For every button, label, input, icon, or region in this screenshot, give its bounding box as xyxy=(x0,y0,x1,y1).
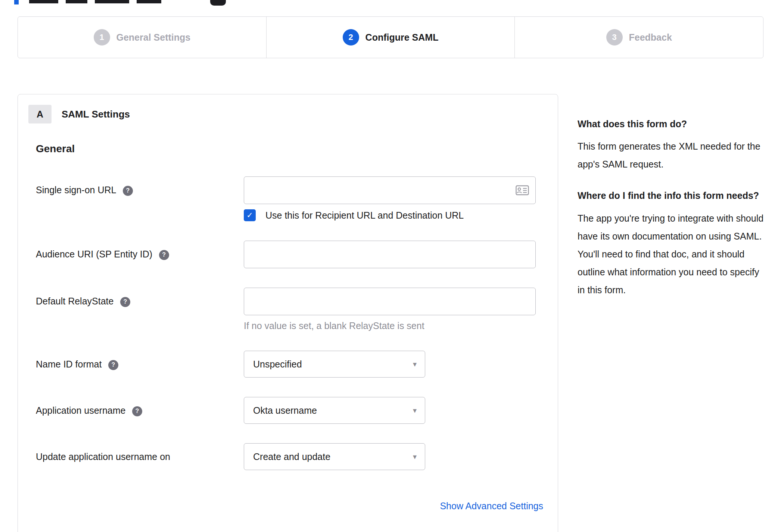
panel-header: A SAML Settings xyxy=(28,105,547,123)
application-username-label-cell: Application username ? xyxy=(36,397,244,424)
question-glyph: ? xyxy=(112,362,115,368)
sidebar-answer-1: This form generates the XML needed for t… xyxy=(578,137,766,173)
audience-uri-input-wrap xyxy=(244,241,536,268)
question-glyph: ? xyxy=(162,251,166,258)
chevron-down-icon: ▾ xyxy=(413,360,417,369)
name-id-format-label-cell: Name ID format ? xyxy=(36,351,244,378)
step-number-badge: 2 xyxy=(343,29,359,46)
step-feedback[interactable]: 3 Feedback xyxy=(514,17,763,58)
recipient-url-checkbox[interactable]: ✓ xyxy=(244,209,256,221)
panel-title: SAML Settings xyxy=(62,109,130,120)
sidebar-answer-2: The app you're trying to integrate with … xyxy=(578,209,766,299)
application-username-row: Application username ? Okta username ▾ xyxy=(36,397,547,424)
audience-uri-input[interactable] xyxy=(244,241,536,268)
step-number-badge: 1 xyxy=(94,29,110,46)
clipped-title-fragment xyxy=(66,0,87,3)
relay-state-label: Default RelayState xyxy=(36,296,113,306)
update-username-row: Update application username on Create an… xyxy=(36,443,547,470)
update-username-value: Create and update xyxy=(244,444,425,470)
section-a-badge: A xyxy=(28,105,52,123)
wizard-stepper: 1 General Settings 2 Configure SAML 3 Fe… xyxy=(18,16,763,58)
update-username-label: Update application username on xyxy=(36,451,170,462)
general-section-heading: General xyxy=(36,143,547,155)
name-id-format-row: Name ID format ? Unspecified ▾ xyxy=(36,351,547,378)
step-label: Feedback xyxy=(629,32,672,43)
recipient-url-checkbox-row: ✓ Use this for Recipient URL and Destina… xyxy=(244,209,547,221)
help-icon[interactable]: ? xyxy=(159,250,169,260)
step-configure-saml[interactable]: 2 Configure SAML xyxy=(266,17,515,58)
name-id-format-value: Unspecified xyxy=(244,351,425,377)
audience-uri-label-cell: Audience URI (SP Entity ID) ? xyxy=(36,241,244,268)
step-label: General Settings xyxy=(116,32,191,43)
name-id-format-select[interactable]: Unspecified ▾ xyxy=(244,351,425,378)
clipped-title-fragment xyxy=(137,0,161,3)
help-icon[interactable]: ? xyxy=(123,186,133,196)
help-sidebar: What does this form do? This form genera… xyxy=(572,94,773,314)
question-glyph: ? xyxy=(126,187,130,194)
sso-url-label-cell: Single sign-on URL ? xyxy=(36,176,244,221)
application-username-select[interactable]: Okta username ▾ xyxy=(244,397,425,424)
chevron-down-icon: ▾ xyxy=(413,452,417,461)
audience-uri-label: Audience URI (SP Entity ID) xyxy=(36,249,152,259)
sso-url-label: Single sign-on URL xyxy=(36,185,116,195)
advanced-settings-row: Show Advanced Settings xyxy=(251,501,543,511)
step-general-settings[interactable]: 1 General Settings xyxy=(18,17,266,58)
relay-state-input-wrap xyxy=(244,288,536,315)
sso-url-row: Single sign-on URL ? xyxy=(36,176,547,221)
update-username-label-cell: Update application username on xyxy=(36,443,244,470)
application-username-value: Okta username xyxy=(244,397,425,423)
clipped-title-fragment xyxy=(14,0,19,4)
sso-url-input-wrap xyxy=(244,176,536,204)
saml-settings-panel: A SAML Settings General Single sign-on U… xyxy=(18,94,558,532)
sidebar-question-2: Where do I find the info this form needs… xyxy=(578,189,766,202)
help-icon[interactable]: ? xyxy=(132,406,142,416)
show-advanced-settings-link[interactable]: Show Advanced Settings xyxy=(440,501,543,511)
help-icon[interactable]: ? xyxy=(120,297,130,307)
step-label: Configure SAML xyxy=(365,32,439,43)
update-username-select[interactable]: Create and update ▾ xyxy=(244,443,425,470)
application-username-label: Application username xyxy=(36,405,125,416)
sso-url-input[interactable] xyxy=(244,176,536,204)
audience-uri-row: Audience URI (SP Entity ID) ? xyxy=(36,241,547,268)
contact-card-icon[interactable] xyxy=(516,185,529,195)
checkmark-icon: ✓ xyxy=(246,211,253,220)
question-glyph: ? xyxy=(124,298,127,305)
help-icon[interactable]: ? xyxy=(108,360,118,370)
recipient-url-checkbox-label: Use this for Recipient URL and Destinati… xyxy=(265,210,464,221)
sidebar-question-1: What does this form do? xyxy=(578,117,766,131)
step-number-badge: 3 xyxy=(606,29,623,46)
chevron-down-icon: ▾ xyxy=(413,406,417,415)
clipped-title-fragment xyxy=(95,0,129,3)
relay-state-hint: If no value is set, a blank RelayState i… xyxy=(244,320,547,331)
clipped-title-fragment xyxy=(29,0,58,3)
relay-state-label-cell: Default RelayState ? xyxy=(36,288,244,331)
relay-state-row: Default RelayState ? If no value is set,… xyxy=(36,288,547,331)
relay-state-input[interactable] xyxy=(244,288,536,315)
clipped-logo-fragment xyxy=(210,0,226,6)
question-glyph: ? xyxy=(135,408,139,414)
name-id-format-label: Name ID format xyxy=(36,359,102,369)
